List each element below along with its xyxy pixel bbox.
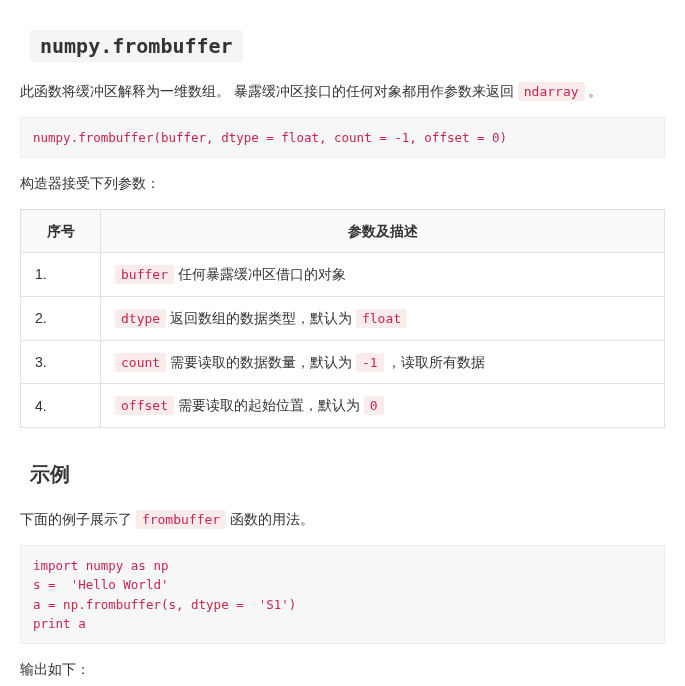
frombuffer-code: frombuffer — [136, 510, 226, 529]
param-desc-text: 需要读取的数据数量，默认为 — [166, 354, 356, 370]
col-index-header: 序号 — [21, 209, 101, 252]
param-name-code: buffer — [115, 265, 174, 284]
param-desc-text: 任何暴露缓冲区借口的对象 — [174, 266, 346, 282]
intro-text-pre: 此函数将缓冲区解释为一维数组。 暴露缓冲区接口的任何对象都用作参数来返回 — [20, 83, 518, 99]
row-index: 3. — [21, 340, 101, 384]
param-default-code: 0 — [364, 396, 384, 415]
param-desc-text: 返回数组的数据类型，默认为 — [166, 310, 356, 326]
table-row: 3.count 需要读取的数据数量，默认为 -1 ，读取所有数据 — [21, 340, 665, 384]
param-name-code: count — [115, 353, 166, 372]
function-heading: numpy.frombuffer — [30, 30, 665, 62]
param-name-code: dtype — [115, 309, 166, 328]
output-label: 输出如下： — [20, 658, 665, 680]
param-default-code: -1 — [356, 353, 384, 372]
example-intro-post: 函数的用法。 — [230, 511, 314, 527]
col-desc-header: 参数及描述 — [101, 209, 665, 252]
row-index: 4. — [21, 384, 101, 428]
param-name-code: offset — [115, 396, 174, 415]
row-index: 2. — [21, 296, 101, 340]
table-row: 2.dtype 返回数组的数据类型，默认为 float — [21, 296, 665, 340]
heading-code: numpy.frombuffer — [30, 30, 243, 62]
param-tail-text: ，读取所有数据 — [384, 354, 486, 370]
params-table: 序号 参数及描述 1.buffer 任何暴露缓冲区借口的对象2.dtype 返回… — [20, 209, 665, 429]
example-intro: 下面的例子展示了 frombuffer 函数的用法。 — [20, 508, 665, 531]
intro-text-post: 。 — [588, 83, 602, 99]
table-header-row: 序号 参数及描述 — [21, 209, 665, 252]
example-intro-pre: 下面的例子展示了 — [20, 511, 136, 527]
signature-code: numpy.frombuffer(buffer, dtype = float, … — [20, 117, 665, 158]
param-desc-text: 需要读取的起始位置，默认为 — [174, 397, 364, 413]
example-code-block: import numpy as np s = 'Hello World' a =… — [20, 545, 665, 645]
params-intro: 构造器接受下列参数： — [20, 172, 665, 194]
table-row: 1.buffer 任何暴露缓冲区借口的对象 — [21, 252, 665, 296]
intro-paragraph: 此函数将缓冲区解释为一维数组。 暴露缓冲区接口的任何对象都用作参数来返回 nda… — [20, 80, 665, 103]
row-index: 1. — [21, 252, 101, 296]
table-row: 4.offset 需要读取的起始位置，默认为 0 — [21, 384, 665, 428]
param-default-code: float — [356, 309, 407, 328]
row-desc: count 需要读取的数据数量，默认为 -1 ，读取所有数据 — [101, 340, 665, 384]
example-heading: 示例 — [30, 458, 665, 490]
row-desc: dtype 返回数组的数据类型，默认为 float — [101, 296, 665, 340]
row-desc: offset 需要读取的起始位置，默认为 0 — [101, 384, 665, 428]
row-desc: buffer 任何暴露缓冲区借口的对象 — [101, 252, 665, 296]
ndarray-code: ndarray — [518, 82, 585, 101]
